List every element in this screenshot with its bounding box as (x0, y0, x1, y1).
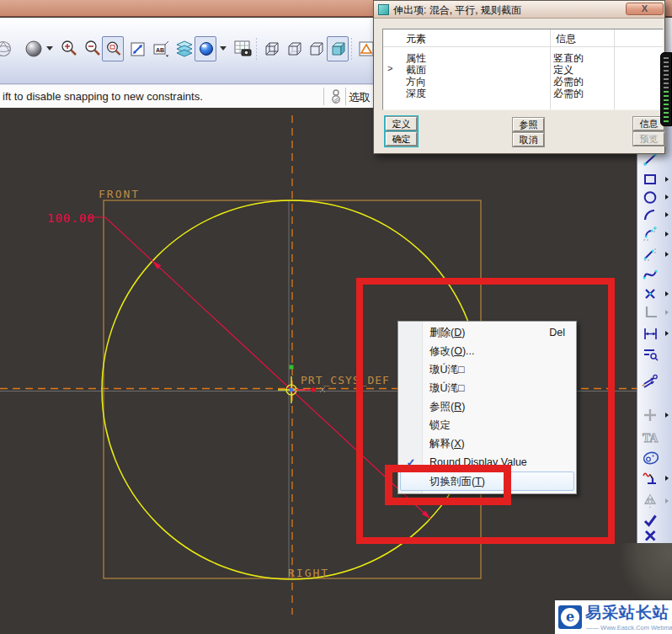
mirror-flyout-arrow[interactable] (665, 498, 669, 503)
toolbar-separator (256, 38, 257, 60)
palette-tool-button[interactable] (639, 449, 672, 466)
fillet-tool-button[interactable] (639, 226, 672, 243)
zoom-fit-icon (104, 38, 124, 60)
svg-text:AB: AB (156, 47, 164, 53)
separator (345, 88, 346, 105)
dimension-value[interactable]: 100.00 (47, 211, 95, 225)
arc-flyout-arrow[interactable] (665, 212, 669, 217)
shaded-display-dropdown[interactable] (220, 46, 227, 51)
modify-dimension-tool-button[interactable] (639, 373, 672, 391)
perimeter-dimension-tool-button[interactable] (639, 345, 672, 363)
point-tool-button[interactable] (639, 285, 672, 303)
vertex-handle[interactable] (290, 365, 294, 370)
wireframe-display-button[interactable] (260, 36, 282, 61)
separator (323, 88, 324, 105)
spline-tool-button[interactable] (639, 266, 672, 284)
chamfer-flyout-arrow[interactable] (665, 252, 669, 257)
view-manager-button[interactable] (231, 36, 253, 61)
mirror-tool-button[interactable] (639, 493, 672, 510)
toolbar-separator (351, 38, 352, 60)
element-table[interactable]: 元素 信息 属性 竖直的 > 截面 定义 方向 必需的 深度 必需的 (382, 29, 664, 110)
shaded-display-icon (196, 38, 216, 60)
shaded-sphere-button[interactable] (22, 36, 44, 61)
sketcher-toolbar: TA (637, 108, 672, 554)
layers-icon (174, 38, 195, 60)
text-tool-button[interactable]: TA (639, 429, 672, 447)
selected-row-marker: > (387, 63, 392, 73)
cancel-button[interactable] (639, 527, 672, 545)
hidden-line-display-button[interactable] (283, 36, 305, 61)
cancel-button[interactable]: 取消 (513, 133, 544, 147)
hidden-line-cube-icon (285, 38, 305, 60)
constraint-tool-button[interactable] (639, 407, 672, 424)
orientation-sphere-icon (0, 38, 13, 60)
trim-flyout-arrow[interactable] (665, 476, 669, 481)
view-manager-icon (232, 38, 254, 60)
wireframe-cube-icon (262, 38, 282, 60)
front-datum-label: FRONT (99, 188, 140, 200)
preview-button[interactable]: 预览 (633, 132, 664, 146)
watermark-tagline: —— Www.Easck.Com Webmaster (586, 624, 672, 631)
table-row[interactable]: > 截面 定义 (383, 63, 663, 75)
refit-button[interactable] (126, 36, 148, 61)
coordinate-system-tool-button[interactable] (639, 304, 672, 322)
zoom-in-icon (59, 38, 79, 60)
table-row[interactable]: 方向 必需的 (383, 75, 663, 87)
dimension-tool-button[interactable] (639, 325, 672, 343)
watermark-logo-glyph: e (561, 608, 579, 626)
right-datum-label: RIGHT (288, 567, 329, 579)
point-handle[interactable] (311, 387, 316, 392)
refit-icon (128, 38, 148, 60)
shaded-cube-icon (328, 38, 349, 60)
watermark-logo: e (558, 605, 582, 629)
table-header: 元素 信息 (383, 29, 663, 47)
message-text: ift to disable snapping to new constrain… (3, 90, 203, 103)
circle-flyout-arrow[interactable] (665, 194, 669, 200)
zoom-in-button[interactable] (57, 36, 79, 61)
point-flyout-arrow[interactable] (665, 291, 669, 296)
layers-button[interactable] (173, 36, 195, 61)
feature-dialog: 伸出项: 混合, 平行, 规则截面 X 元素 信息 属性 竖直的 > 截面 定义… (373, 0, 665, 154)
trim-tool-button[interactable] (639, 470, 672, 487)
no-hidden-display-button[interactable] (305, 36, 327, 61)
ok-button[interactable]: 确定 (386, 132, 417, 146)
dialog-title: 伸出项: 混合, 平行, 规则截面 (393, 3, 521, 18)
watermark-smoke-graphic (619, 543, 672, 609)
dimension-flyout-arrow[interactable] (665, 331, 669, 336)
shaded-sphere-icon (24, 38, 44, 60)
dialog-close-button[interactable]: X (626, 3, 664, 15)
datum-tag-icon: AB (152, 38, 172, 60)
snap-status-icon[interactable] (329, 88, 343, 105)
rectangle-flyout-arrow[interactable] (665, 177, 669, 182)
shaded-sphere-dropdown[interactable] (46, 46, 53, 51)
no-hidden-cube-icon (307, 38, 327, 60)
references-button[interactable]: 参照 (513, 118, 544, 131)
zoom-fit-button[interactable] (102, 36, 124, 61)
circle-tool-button[interactable] (639, 189, 672, 206)
table-row[interactable]: 属性 竖直的 (383, 51, 663, 63)
svg-text:TA: TA (643, 432, 659, 445)
watermark-title: 易采站长站 (585, 602, 669, 624)
fillet-flyout-arrow[interactable] (665, 232, 669, 237)
table-row[interactable]: 深度 必需的 (383, 87, 663, 99)
chamfer-tool-button[interactable] (639, 246, 672, 264)
arc-tool-button[interactable] (639, 206, 672, 224)
watermark: e 易采站长站 —— Www.Easck.Com Webmaster (555, 600, 672, 634)
csys-flyout-arrow[interactable] (665, 310, 669, 315)
dialog-icon (378, 4, 389, 15)
column-header-element: 元素 (406, 32, 426, 46)
annotation-rectangle-small (385, 465, 511, 505)
shaded-display-button[interactable] (195, 36, 216, 61)
zoom-out-button[interactable] (81, 36, 103, 61)
datum-tag-button[interactable]: AB (150, 36, 172, 61)
app-window: AB (0, 0, 672, 634)
constraint-flyout-arrow[interactable] (665, 413, 669, 418)
zoom-out-icon (83, 38, 103, 60)
shaded-model-display-button[interactable] (327, 36, 349, 61)
orientation-sphere-button[interactable] (0, 36, 13, 61)
volume-indicator (660, 52, 672, 126)
select-mode-label: 选取 (349, 90, 371, 105)
define-button[interactable]: 定义 (386, 117, 417, 131)
dialog-titlebar[interactable]: 伸出项: 混合, 平行, 规则截面 X (374, 1, 664, 19)
rectangle-tool-button[interactable] (639, 171, 672, 189)
